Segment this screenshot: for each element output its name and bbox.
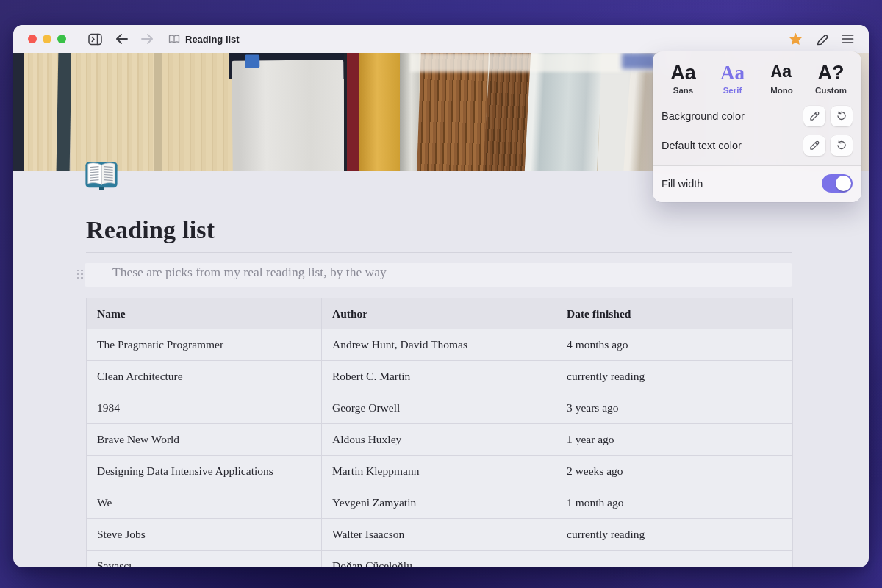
table-row: Brave New World Aldous Huxley 1 year ago (87, 424, 793, 456)
book-spine (71, 53, 156, 171)
table-row: We Yevgeni Zamyatin 1 month ago (87, 487, 793, 519)
cell-author[interactable]: George Orwell (322, 392, 556, 424)
reset-icon[interactable] (831, 135, 853, 156)
reading-list-table: Name Author Date finished The Pragmatic … (86, 298, 793, 567)
cell-date[interactable]: currently reading (556, 519, 793, 551)
cell-author[interactable]: Walter Isaacson (322, 519, 556, 551)
cell-name[interactable]: 1984 (87, 392, 322, 424)
cell-author[interactable]: Andrew Hunt, David Thomas (322, 329, 556, 361)
cell-name[interactable]: Steve Jobs (87, 519, 322, 551)
toggle-sidebar-icon[interactable] (88, 33, 102, 46)
cell-date[interactable]: 1 month ago (556, 487, 793, 519)
book-spine (344, 53, 359, 171)
table-row: Steve Jobs Walter Isaacson currently rea… (87, 519, 793, 551)
book-spine (359, 53, 400, 171)
cell-date[interactable]: currently reading (556, 361, 793, 392)
background-color-row: Background color (653, 101, 861, 131)
fill-width-toggle[interactable] (822, 174, 853, 193)
toolbar: Reading list (13, 25, 869, 53)
column-header-author[interactable]: Author (322, 298, 556, 329)
cell-name[interactable]: The Pragmatic Programmer (87, 329, 322, 361)
book-spine (57, 53, 72, 171)
background-color-label: Background color (662, 110, 803, 122)
cell-name[interactable]: Clean Architecture (87, 361, 322, 392)
cell-name[interactable]: Savaşçı (87, 551, 322, 568)
cell-author[interactable]: Martin Kleppmann (322, 456, 556, 487)
forward-icon[interactable] (140, 34, 154, 44)
table-row: The Pragmatic Programmer Andrew Hunt, Da… (87, 329, 793, 361)
title-divider (86, 252, 792, 253)
cell-author[interactable]: Robert C. Martin (322, 361, 556, 392)
reset-icon[interactable] (831, 106, 853, 126)
table-row: Clean Architecture Robert C. Martin curr… (87, 361, 793, 392)
document-book-icon (168, 34, 180, 44)
favorite-star-icon[interactable] (789, 32, 803, 46)
eyedropper-icon[interactable] (803, 106, 825, 126)
default-text-color-label: Default text color (662, 140, 803, 151)
toolbar-document-title: Reading list (185, 34, 240, 45)
book-spine (13, 53, 24, 171)
cell-date[interactable]: 1 year ago (556, 424, 793, 456)
back-icon[interactable] (115, 34, 129, 44)
cell-name[interactable]: Brave New World (87, 424, 322, 456)
cell-date[interactable] (556, 551, 793, 568)
font-option-custom[interactable]: A? Custom (806, 61, 856, 95)
cell-author[interactable]: Yevgeni Zamyatin (322, 487, 556, 519)
default-text-color-row: Default text color (653, 131, 861, 160)
fill-width-label: Fill width (662, 178, 822, 190)
drag-handle-icon[interactable] (76, 268, 84, 281)
cell-author[interactable]: Aldous Huxley (322, 424, 556, 456)
font-options: Aa Sans Aa Serif Aa Mono A? Custom (653, 51, 861, 101)
table-row: 1984 George Orwell 3 years ago (87, 392, 793, 424)
book-spine (24, 53, 59, 171)
toggle-knob (836, 176, 851, 191)
cell-date[interactable]: 3 years ago (556, 392, 793, 424)
app-window: Reading list (13, 25, 869, 567)
table-row: Designing Data Intensive Applications Ma… (87, 456, 793, 487)
fill-width-row: Fill width (653, 166, 861, 202)
cell-name[interactable]: We (87, 487, 322, 519)
cell-date[interactable]: 4 months ago (556, 329, 793, 361)
column-header-name[interactable]: Name (87, 298, 322, 329)
font-option-serif[interactable]: Aa Serif (708, 61, 757, 95)
page-icon-open-book[interactable] (84, 159, 119, 193)
table-row: Savaşçı Doğan Cüceloğlu (87, 551, 793, 568)
cell-author[interactable]: Doğan Cüceloğlu (322, 551, 556, 568)
cover-blur-blob (622, 53, 656, 69)
menu-icon[interactable] (842, 34, 854, 44)
quote-text[interactable]: These are picks from my real reading lis… (112, 265, 387, 280)
eyedropper-icon[interactable] (803, 135, 825, 156)
font-option-mono[interactable]: Aa Mono (757, 61, 806, 95)
page-title[interactable]: Reading list (86, 216, 215, 244)
table-header-row: Name Author Date finished (87, 298, 793, 329)
zoom-window-button[interactable] (57, 35, 66, 43)
font-option-sans[interactable]: Aa Sans (659, 61, 708, 95)
style-popover: Aa Sans Aa Serif Aa Mono A? Custom Backg… (653, 51, 861, 202)
minimize-window-button[interactable] (43, 35, 51, 43)
pen-icon[interactable] (815, 32, 829, 46)
column-header-date[interactable]: Date finished (556, 298, 793, 329)
book-spine (232, 60, 345, 171)
close-window-button[interactable] (28, 35, 37, 43)
cell-date[interactable]: 2 weeks ago (556, 456, 793, 487)
cell-name[interactable]: Designing Data Intensive Applications (87, 456, 322, 487)
bookmark-tab (245, 54, 259, 68)
